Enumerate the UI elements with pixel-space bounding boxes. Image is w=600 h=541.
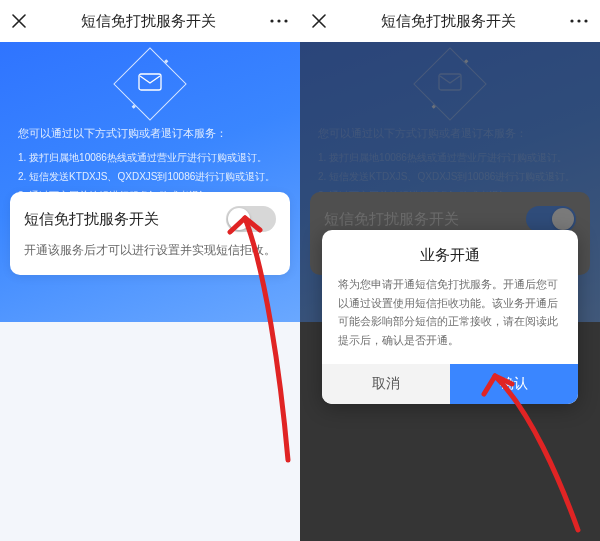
service-card: 短信免打扰服务开关 开通该服务后才可以进行设置并实现短信拒收。: [10, 192, 290, 275]
cancel-button[interactable]: 取消: [322, 364, 450, 404]
page-background: [0, 322, 300, 541]
dialog-body: 将为您申请开通短信免打扰服务。开通后您可以通过设置使用短信拒收功能。该业务开通后…: [322, 275, 578, 364]
hero-intro: 您可以通过以下方式订购或者退订本服务：: [18, 124, 282, 144]
svg-point-2: [284, 19, 287, 22]
screenshot-left: 短信免打扰服务开关 您可以通过以下方式订购或者退订本服务： 1. 拨打归属地10…: [0, 0, 300, 541]
svg-point-1: [277, 19, 280, 22]
top-bar: 短信免打扰服务开关: [0, 0, 300, 42]
svg-point-5: [577, 19, 580, 22]
page-title: 短信免打扰服务开关: [26, 12, 270, 31]
card-description: 开通该服务后才可以进行设置并实现短信拒收。: [24, 242, 276, 259]
svg-point-6: [584, 19, 587, 22]
dialog-title: 业务开通: [322, 246, 578, 265]
dialog-actions: 取消 确认: [322, 364, 578, 404]
close-icon[interactable]: [312, 14, 326, 28]
close-icon[interactable]: [12, 14, 26, 28]
confirm-dialog: 业务开通 将为您申请开通短信免打扰服务。开通后您可以通过设置使用短信拒收功能。该…: [322, 230, 578, 404]
screenshot-right: 短信免打扰服务开关 您可以通过以下方式订购或者退订本服务： 1. 拨打归属地10…: [300, 0, 600, 541]
service-toggle[interactable]: [226, 206, 276, 232]
svg-point-0: [270, 19, 273, 22]
more-icon[interactable]: [270, 19, 288, 23]
top-bar: 短信免打扰服务开关: [300, 0, 600, 42]
svg-point-4: [570, 19, 573, 22]
hero-line-1: 1. 拨打归属地10086热线或通过营业厅进行订购或退订。: [18, 148, 282, 167]
hero-line-2: 2. 短信发送KTDXJS、QXDXJS到10086进行订购或退订。: [18, 167, 282, 186]
confirm-button[interactable]: 确认: [450, 364, 578, 404]
svg-rect-3: [139, 74, 161, 90]
page-title: 短信免打扰服务开关: [326, 12, 570, 31]
card-title: 短信免打扰服务开关: [24, 210, 159, 229]
hero-panel: 您可以通过以下方式订购或者退订本服务： 1. 拨打归属地10086热线或通过营业…: [0, 42, 300, 322]
envelope-icon: [113, 47, 187, 121]
more-icon[interactable]: [570, 19, 588, 23]
